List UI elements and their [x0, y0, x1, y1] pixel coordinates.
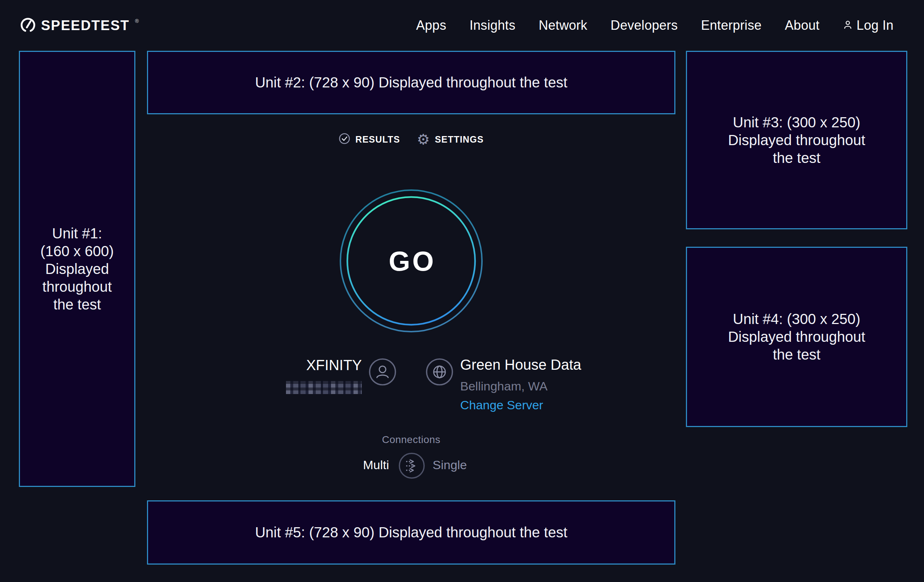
- ad-unit-3-text: Unit #3: (300 x 250)Displayed throughout…: [728, 114, 865, 167]
- tab-results-label: RESULTS: [355, 134, 400, 145]
- ad-unit-1-text: Unit #1:(160 x 600)Displayedthroughoutth…: [40, 224, 114, 313]
- speedometer-icon: [20, 16, 36, 35]
- server-name: Green House Data: [460, 356, 581, 373]
- login-button[interactable]: Log In: [843, 18, 894, 33]
- ad-unit-1[interactable]: Unit #1:(160 x 600)Displayedthroughoutth…: [19, 51, 135, 487]
- gear-icon: ⚙: [417, 132, 430, 147]
- isp-name[interactable]: XFINITY: [147, 357, 362, 373]
- connections-label: Connections: [382, 434, 440, 445]
- nav-item-about[interactable]: About: [785, 18, 820, 33]
- tab-bar: RESULTS ⚙ SETTINGS: [338, 132, 484, 147]
- connections-multi-option[interactable]: Multi: [147, 458, 389, 472]
- go-label: GO: [386, 245, 436, 277]
- change-server-link[interactable]: Change Server: [460, 398, 543, 412]
- tab-results[interactable]: RESULTS: [338, 133, 400, 146]
- nav-item-enterprise[interactable]: Enterprise: [701, 18, 761, 33]
- user-icon: [843, 18, 853, 33]
- ad-unit-3[interactable]: Unit #3: (300 x 250)Displayed throughout…: [686, 51, 907, 229]
- connections-toggle[interactable]: [398, 452, 425, 479]
- server-info: Green House Data Bellingham, WA Change S…: [460, 356, 581, 412]
- tab-settings-label: SETTINGS: [435, 134, 484, 145]
- logo-wordmark: SPEEDTEST: [41, 18, 130, 33]
- ad-unit-4[interactable]: Unit #4: (300 x 250)Displayed throughout…: [686, 247, 907, 427]
- server-globe-icon: [425, 358, 454, 386]
- login-label: Log In: [856, 18, 894, 33]
- main-content: RESULTS ⚙ SETTINGS GO XFINITY: [147, 0, 675, 582]
- isp-detail-redacted: [286, 381, 362, 394]
- tab-settings[interactable]: ⚙ SETTINGS: [417, 132, 483, 147]
- trademark-mark: ®: [135, 18, 139, 24]
- server-location: Bellingham, WA: [460, 379, 581, 393]
- go-button[interactable]: GO: [338, 188, 484, 333]
- ad-unit-4-text: Unit #4: (300 x 250)Displayed throughout…: [728, 310, 865, 364]
- connections-single-option[interactable]: Single: [432, 458, 467, 472]
- speedtest-logo[interactable]: SPEEDTEST ®: [20, 16, 138, 35]
- check-circle-icon: [338, 133, 350, 146]
- isp-person-icon: [368, 358, 397, 386]
